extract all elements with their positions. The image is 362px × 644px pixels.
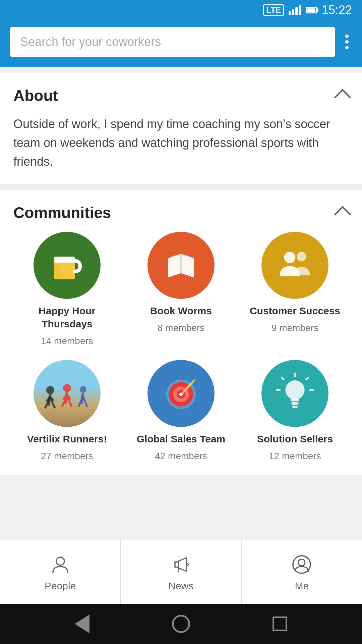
svg-line-35 — [306, 378, 308, 380]
communities-card: Communities Happy Hour Thursdays 14 memb… — [0, 190, 362, 475]
more-options-button[interactable] — [342, 31, 352, 53]
community-item[interactable]: Vertilix Runners! 27 members — [13, 360, 121, 462]
nav-label-people: People — [45, 580, 76, 592]
svg-rect-2 — [55, 263, 60, 279]
search-input[interactable]: Search for your coworkers — [20, 35, 161, 49]
megaphone-icon — [171, 554, 191, 575]
nav-item-me[interactable]: Me — [242, 540, 362, 604]
community-avatar-solution-sellers — [261, 360, 328, 427]
svg-point-17 — [80, 386, 86, 393]
book-icon — [159, 244, 203, 287]
community-name: Happy Hour Thursdays — [13, 304, 121, 330]
svg-point-3 — [284, 252, 296, 263]
community-members: 9 members — [272, 323, 318, 333]
community-name: Global Sales Team — [137, 432, 226, 445]
me-person-icon — [292, 554, 312, 575]
nav-icon-people — [49, 553, 72, 576]
svg-rect-32 — [292, 402, 299, 405]
android-back-button[interactable] — [75, 614, 89, 633]
bottom-nav: People News Me — [0, 540, 362, 604]
community-members: 42 members — [155, 451, 207, 462]
community-avatar-runners — [34, 360, 101, 427]
community-item[interactable]: Happy Hour Thursdays 14 members — [13, 232, 121, 346]
beer-icon — [45, 244, 89, 287]
community-avatar-customer-success — [261, 232, 328, 299]
community-avatar-sales — [147, 360, 215, 427]
target-icon — [159, 372, 203, 415]
android-recents-button[interactable] — [273, 616, 287, 631]
svg-line-37 — [282, 378, 284, 380]
community-avatar-happy-hour — [34, 232, 101, 299]
search-bar[interactable]: Search for your coworkers — [10, 27, 335, 57]
svg-rect-33 — [292, 406, 298, 408]
content-area: About Outside of work, I spend my time c… — [0, 67, 362, 540]
nav-item-news[interactable]: News — [121, 540, 241, 604]
svg-point-41 — [298, 559, 305, 566]
svg-point-30 — [285, 380, 304, 399]
android-nav-bar — [0, 604, 362, 644]
community-item[interactable]: Book Worms 8 members — [127, 232, 235, 346]
people-icon — [273, 244, 317, 287]
dot-1 — [345, 35, 349, 38]
communities-title: Communities — [13, 204, 111, 222]
community-members: 12 members — [269, 451, 321, 462]
nav-icon-me — [290, 553, 313, 576]
svg-rect-1 — [54, 257, 75, 263]
dot-2 — [345, 40, 349, 44]
lte-icon: LTE — [263, 4, 284, 16]
nav-icon-news — [169, 553, 193, 576]
runners-icon — [34, 360, 101, 427]
communities-card-header: Communities — [13, 204, 349, 222]
community-avatar-bookworms — [147, 232, 215, 299]
about-card: About Outside of work, I spend my time c… — [0, 73, 362, 184]
about-collapse-icon[interactable] — [334, 89, 351, 106]
about-card-header: About — [13, 87, 349, 105]
community-item[interactable]: Solution Sellers 12 members — [241, 360, 349, 462]
nav-item-people[interactable]: People — [0, 540, 121, 604]
community-item[interactable]: Customer Success 9 members — [241, 232, 349, 346]
community-members: 27 members — [41, 451, 93, 462]
signal-bars-icon — [289, 5, 301, 15]
dot-3 — [345, 46, 349, 49]
svg-point-4 — [297, 252, 306, 262]
community-name: Vertilix Runners! — [27, 432, 107, 445]
svg-rect-31 — [291, 399, 299, 401]
battery-icon — [306, 7, 317, 13]
app-header: Search for your coworkers — [0, 20, 362, 67]
status-time: 15:22 — [322, 3, 352, 17]
svg-point-25 — [179, 393, 183, 396]
about-text: Outside of work, I spend my time coachin… — [13, 115, 349, 171]
community-item[interactable]: Global Sales Team 42 members — [127, 360, 235, 462]
nav-label-news: News — [168, 580, 193, 592]
community-name: Solution Sellers — [257, 432, 333, 445]
svg-point-39 — [56, 557, 64, 565]
status-bar: LTE 15:22 — [0, 0, 362, 20]
svg-line-20 — [83, 397, 87, 407]
about-title: About — [13, 87, 58, 105]
community-members: 8 members — [158, 323, 204, 333]
community-members: 14 members — [41, 336, 93, 346]
svg-point-11 — [63, 384, 71, 392]
community-name: Book Worms — [150, 304, 212, 317]
svg-point-5 — [46, 386, 54, 394]
android-home-button[interactable] — [172, 615, 190, 633]
nav-label-me: Me — [295, 580, 309, 592]
communities-collapse-icon[interactable] — [334, 206, 351, 223]
person-icon — [50, 554, 70, 575]
community-name: Customer Success — [250, 304, 340, 317]
status-icons: LTE 15:22 — [263, 3, 352, 17]
lightbulb-icon — [273, 372, 317, 415]
communities-grid: Happy Hour Thursdays 14 members Book Wor… — [13, 232, 349, 462]
